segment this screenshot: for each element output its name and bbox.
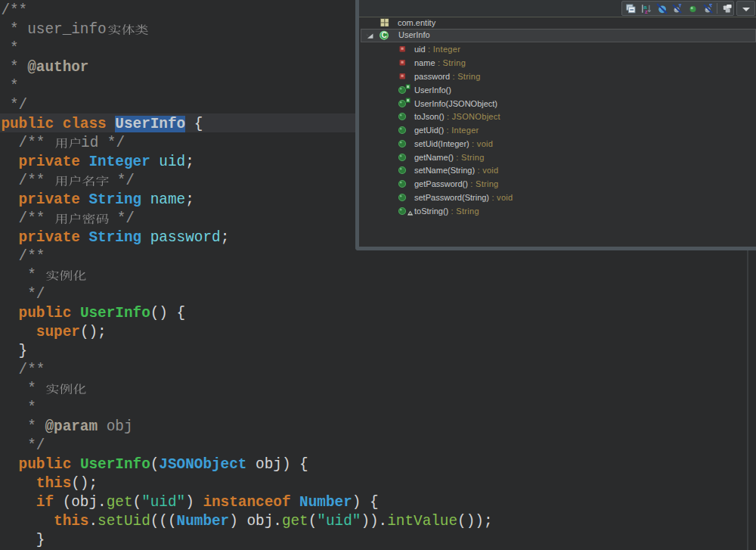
svg-text:z: z	[644, 8, 647, 14]
